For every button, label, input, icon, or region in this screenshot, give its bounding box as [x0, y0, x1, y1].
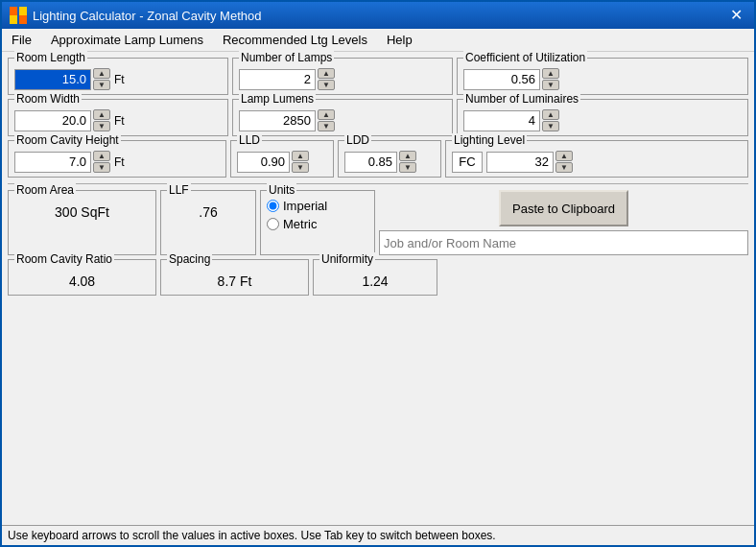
num-luminaires-inner: ▲ ▼: [463, 109, 742, 131]
lld-inner: ▲ ▼: [237, 151, 327, 173]
num-luminaires-label: Number of Luminaires: [463, 92, 580, 106]
lamp-lumens-input[interactable]: [239, 110, 316, 131]
lamp-lumens-down[interactable]: ▼: [318, 121, 335, 131]
spacing-value: 8.7 Ft: [167, 272, 302, 291]
room-length-down[interactable]: ▼: [93, 80, 110, 90]
room-length-unit: Ft: [114, 73, 125, 86]
ldd-down[interactable]: ▼: [399, 162, 416, 173]
lld-group: LLD ▲ ▼: [230, 140, 334, 178]
lld-down[interactable]: ▼: [292, 162, 309, 173]
units-imperial-radio[interactable]: [267, 200, 279, 212]
paste-to-clipboard-button[interactable]: Paste to Clipboard: [499, 190, 628, 226]
room-length-inner: ▲ ▼ Ft: [14, 68, 222, 90]
room-cavity-height-input[interactable]: [14, 152, 91, 173]
ldd-spinner: ▲ ▼: [344, 151, 416, 173]
ldd-input[interactable]: [344, 152, 397, 173]
lamp-lumens-up[interactable]: ▲: [318, 109, 335, 120]
room-cavity-height-group: Room Cavity Height ▲ ▼ Ft: [8, 140, 226, 178]
cu-group: Coefficient of Utilization ▲ ▼: [457, 58, 748, 95]
num-luminaires-spinner: ▲ ▼: [463, 109, 559, 131]
lighting-level-input[interactable]: [486, 152, 554, 173]
units-imperial-label: Imperial: [283, 199, 327, 213]
room-length-label: Room Length: [14, 51, 87, 64]
room-length-up[interactable]: ▲: [93, 68, 110, 79]
lld-spinner: ▲ ▼: [237, 151, 309, 173]
lamp-lumens-label: Lamp Lumens: [239, 92, 316, 106]
num-lamps-label: Number of Lamps: [239, 51, 334, 64]
ldd-inner: ▲ ▼: [344, 151, 435, 173]
lld-label: LLD: [237, 133, 262, 147]
units-metric-label: Metric: [283, 217, 317, 231]
uniformity-label: Uniformity: [319, 252, 375, 266]
llf-label: LLF: [167, 183, 191, 197]
units-metric-radio[interactable]: [267, 218, 279, 230]
ldd-up[interactable]: ▲: [399, 151, 416, 161]
room-cavity-height-down[interactable]: ▼: [93, 162, 110, 173]
input-row-2: Room Width ▲ ▼ Ft Lamp Lumens: [8, 99, 748, 136]
main-content: Room Length ▲ ▼ Ft Number of Lamps: [2, 52, 754, 525]
cu-inner: ▲ ▼: [463, 68, 742, 90]
lighting-level-group: Lighting Level ▲ ▼: [445, 140, 748, 178]
units-metric-row: Metric: [267, 217, 368, 231]
cu-up[interactable]: ▲: [542, 68, 559, 79]
window-close-button[interactable]: ✕: [726, 8, 746, 23]
room-width-down[interactable]: ▼: [93, 121, 110, 131]
lighting-level-down[interactable]: ▼: [555, 162, 573, 173]
room-width-input[interactable]: [14, 110, 91, 131]
num-luminaires-input[interactable]: [463, 110, 540, 131]
lamp-lumens-inner: ▲ ▼: [239, 109, 446, 131]
menu-approx-lamp[interactable]: Approximate Lamp Lumens: [45, 31, 209, 49]
room-length-spinner-buttons: ▲ ▼: [93, 68, 110, 90]
input-row-1: Room Length ▲ ▼ Ft Number of Lamps: [8, 58, 748, 95]
lighting-level-inner: ▲ ▼: [452, 151, 742, 173]
status-bar: Use keyboard arrows to scroll the values…: [2, 525, 754, 545]
menu-help[interactable]: Help: [381, 31, 418, 49]
job-name-input[interactable]: [379, 230, 748, 255]
num-luminaires-spinner-buttons: ▲ ▼: [542, 109, 559, 131]
room-width-up[interactable]: ▲: [93, 109, 110, 120]
lighting-level-fc[interactable]: [452, 152, 483, 173]
bottom-section: Room Area 300 SqFt LLF .76 Units Imperia…: [8, 190, 748, 255]
lld-up[interactable]: ▲: [292, 151, 309, 161]
right-panel: Paste to Clipboard: [379, 190, 748, 255]
cu-spinner: ▲ ▼: [463, 68, 559, 90]
svg-rect-3: [19, 15, 27, 24]
cu-spinner-buttons: ▲ ▼: [542, 68, 559, 90]
lld-spinner-buttons: ▲ ▼: [292, 151, 309, 173]
room-width-group: Room Width ▲ ▼ Ft: [8, 99, 228, 136]
num-luminaires-up[interactable]: ▲: [542, 109, 559, 120]
window-title: Lighting Calculator - Zonal Cavity Metho…: [33, 9, 261, 23]
room-length-input[interactable]: [14, 69, 91, 90]
num-luminaires-down[interactable]: ▼: [542, 121, 559, 131]
lld-input[interactable]: [237, 152, 290, 173]
lighting-level-label: Lighting Level: [452, 133, 527, 147]
units-imperial-row: Imperial: [267, 199, 368, 213]
ldd-group: LDD ▲ ▼: [338, 140, 441, 178]
title-bar: Lighting Calculator - Zonal Cavity Metho…: [2, 2, 754, 29]
menu-bar: File Approximate Lamp Lumens Recommended…: [2, 29, 754, 52]
room-cavity-height-up[interactable]: ▲: [93, 151, 110, 161]
status-text: Use keyboard arrows to scroll the values…: [8, 529, 496, 542]
room-cavity-ratio-group: Room Cavity Ratio 4.08: [8, 259, 156, 296]
num-lamps-spinner-buttons: ▲ ▼: [318, 68, 335, 90]
room-cavity-height-spinner: ▲ ▼: [14, 151, 110, 173]
cu-input[interactable]: [463, 69, 540, 90]
num-lamps-down[interactable]: ▼: [318, 80, 335, 90]
num-lamps-up[interactable]: ▲: [318, 68, 335, 79]
menu-recommended[interactable]: Recommended Ltg Levels: [217, 31, 373, 49]
units-label: Units: [267, 183, 296, 197]
room-area-label: Room Area: [14, 183, 76, 197]
units-group: Units Imperial Metric: [260, 190, 375, 255]
room-width-spinner-buttons: ▲ ▼: [93, 109, 110, 131]
room-cavity-height-spinner-buttons: ▲ ▼: [93, 151, 110, 173]
num-lamps-input[interactable]: [239, 69, 316, 90]
lighting-level-up[interactable]: ▲: [555, 151, 573, 161]
room-width-unit: Ft: [114, 114, 125, 128]
room-cavity-height-label: Room Cavity Height: [14, 133, 121, 147]
svg-rect-2: [10, 7, 17, 15]
cu-down[interactable]: ▼: [542, 80, 559, 90]
room-width-inner: ▲ ▼ Ft: [14, 109, 222, 131]
title-bar-left: Lighting Calculator - Zonal Cavity Metho…: [10, 7, 261, 24]
app-icon: [10, 7, 27, 24]
menu-file[interactable]: File: [6, 31, 37, 49]
